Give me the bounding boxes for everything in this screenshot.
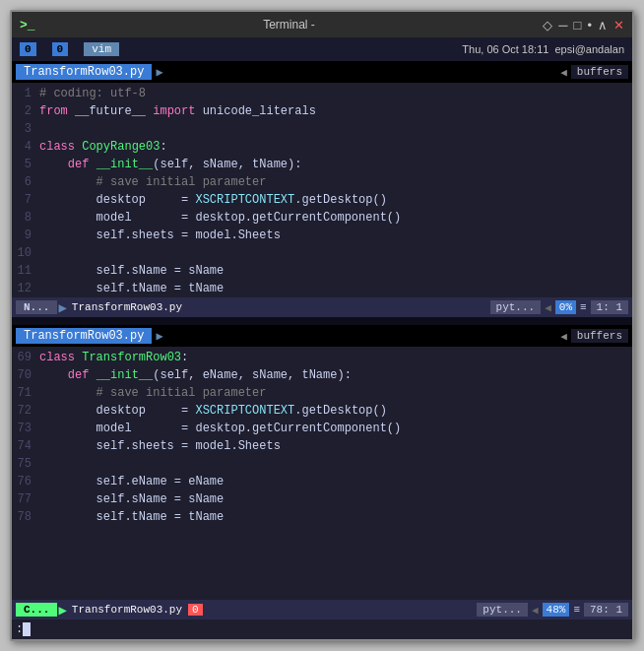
pane1-pos: 1: 1 — [591, 300, 628, 314]
line2-content: from __future__ import unicode_literals — [39, 104, 316, 118]
linenum-3: 3 — [12, 122, 39, 136]
code-line-12: 12 self.tName = tName — [12, 280, 632, 297]
linenum-70: 70 — [12, 368, 39, 382]
pane1-header-right: ◀ buffers — [167, 65, 628, 79]
tab-vim[interactable]: vim — [76, 37, 127, 61]
pane1-scroll-left[interactable]: ◀ — [560, 66, 567, 79]
line4-content: class CopyRange03: — [39, 140, 167, 154]
line69-content: class TransformRow03: — [39, 351, 188, 364]
linenum-10: 10 — [12, 246, 39, 260]
tab-0-second[interactable]: 0 — [44, 37, 77, 61]
line8-content: model = desktop.getCurrentComponent() — [39, 211, 401, 225]
linenum-4: 4 — [12, 140, 39, 154]
code-line-11: 11 self.sName = sName — [12, 262, 632, 280]
line70-content: def __init__(self, eName, sName, tName): — [39, 368, 352, 382]
command-line[interactable]: : — [12, 619, 632, 639]
pane2-filetype: pyt... — [477, 603, 528, 617]
linenum-11: 11 — [12, 264, 39, 278]
pane1-filetype: pyt... — [490, 300, 542, 314]
linenum-9: 9 — [12, 228, 39, 242]
linenum-77: 77 — [12, 492, 39, 506]
close-icon[interactable]: ✕ — [613, 18, 624, 33]
code-line-10: 10 — [12, 244, 632, 262]
line73-content: model = desktop.getCurrentComponent() — [39, 422, 401, 435]
linenum-12: 12 — [12, 282, 39, 295]
pane2-buffers: buffers — [571, 329, 628, 343]
code-line-76: 76 self.eName = eName — [12, 473, 632, 490]
vim-label: vim — [84, 42, 119, 56]
linenum-8: 8 — [12, 211, 39, 225]
linenum-5: 5 — [12, 158, 39, 171]
line74-content: self.sheets = model.Sheets — [39, 439, 281, 453]
code-line-4: 4 class CopyRange03: — [12, 138, 632, 156]
code-line-69: 69 class TransformRow03: — [12, 349, 632, 366]
code-line-5: 5 def __init__(self, sName, tName): — [12, 156, 632, 173]
code-line-8: 8 model = desktop.getCurrentComponent() — [12, 209, 632, 227]
line76-content: self.eName = eName — [39, 475, 224, 488]
pane-2: TransformRow03.py ▶ ◀ buffers 69 class T… — [12, 325, 632, 639]
linenum-69: 69 — [12, 351, 39, 364]
code-line-9: 9 self.sheets = model.Sheets — [12, 227, 632, 244]
pane2-mode: C... — [16, 603, 57, 617]
line78-content: self.tName = tName — [39, 510, 224, 524]
pane-divider — [12, 317, 632, 325]
pane2-status-file: TransformRow03.py — [68, 604, 186, 616]
linenum-7: 7 — [12, 193, 39, 207]
title-bar: >_ Terminal - ◇ ─ □ • ∧ ✕ — [12, 12, 632, 37]
line72-content: desktop = XSCRIPTCONTEXT.getDesktop() — [39, 404, 387, 418]
code-line-70: 70 def __init__(self, eName, sName, tNam… — [12, 366, 632, 384]
line71-content: # save initial parameter — [39, 386, 266, 400]
window-title: Terminal - — [35, 18, 544, 32]
pane1-status-arrow: ▶ — [58, 299, 66, 316]
pane1-percent: 0% — [555, 300, 576, 314]
cmd-cursor — [23, 622, 31, 636]
pane1-header: TransformRow03.py ▶ ◀ buffers — [12, 61, 632, 83]
pane1-arrow: ▶ — [156, 65, 162, 80]
pane2-status-arrow: ▶ — [58, 602, 66, 618]
linenum-6: 6 — [12, 175, 39, 189]
pane1-status-file: TransformRow03.py — [68, 301, 186, 313]
line77-content: self.sName = sName — [39, 492, 224, 506]
linenum-73: 73 — [12, 422, 39, 435]
linenum-1: 1 — [12, 87, 39, 100]
code-line-78: 78 self.tName = tName — [12, 508, 632, 526]
bullet-icon[interactable]: • — [587, 18, 592, 33]
pane2-scroll-icon: ◀ — [532, 604, 539, 617]
line7-content: desktop = XSCRIPTCONTEXT.getDesktop() — [39, 193, 387, 207]
tab-0-first[interactable]: 0 — [12, 37, 44, 61]
code-line-7: 7 desktop = XSCRIPTCONTEXT.getDesktop() — [12, 191, 632, 209]
maximize-icon[interactable]: □ — [574, 18, 582, 33]
line1-content: # coding: utf-8 — [39, 87, 146, 100]
linenum-71: 71 — [12, 386, 39, 400]
cmd-colon: : — [16, 622, 23, 636]
pane1-sep: ≡ — [580, 301, 587, 313]
line11-content: self.sName = sName — [39, 264, 224, 278]
title-bar-left: >_ — [20, 18, 35, 33]
linenum-74: 74 — [12, 439, 39, 453]
pane2-modified: 0 — [188, 604, 203, 616]
pane1-mode: N... — [16, 300, 57, 314]
linenum-75: 75 — [12, 457, 39, 471]
dash-icon[interactable]: ─ — [558, 18, 567, 33]
code-line-74: 74 self.sheets = model.Sheets — [12, 437, 632, 455]
tabbar-datetime: Thu, 06 Oct 18:11 epsi@andalan — [127, 43, 632, 55]
code-line-77: 77 self.sName = sName — [12, 490, 632, 508]
code-line-71: 71 # save initial parameter — [12, 384, 632, 402]
pane1-code: 1 # coding: utf-8 2 from __future__ impo… — [12, 83, 632, 297]
code-line-75: 75 — [12, 455, 632, 473]
code-line-3: 3 — [12, 120, 632, 138]
pane2-percent: 48% — [543, 603, 570, 617]
code-line-6: 6 # save initial parameter — [12, 173, 632, 191]
code-line-73: 73 model = desktop.getCurrentComponent() — [12, 420, 632, 437]
terminal-window: >_ Terminal - ◇ ─ □ • ∧ ✕ 0 0 vim Thu, 0… — [10, 10, 634, 641]
vim-tabbar: 0 0 vim Thu, 06 Oct 18:11 epsi@andalan — [12, 37, 632, 61]
minimize-icon[interactable]: ◇ — [543, 18, 552, 33]
pane1-statusbar: N... ▶ TransformRow03.py pyt... ◀ 0% ≡ 1… — [12, 297, 632, 317]
pane1-status-right: pyt... ◀ 0% ≡ 1: 1 — [186, 300, 628, 314]
code-line-2: 2 from __future__ import unicode_literal… — [12, 102, 632, 120]
tab-num-0: 0 — [20, 42, 36, 56]
up-icon[interactable]: ∧ — [598, 18, 608, 33]
pane2-scroll-left[interactable]: ◀ — [560, 330, 567, 343]
line12-content: self.tName = tName — [39, 282, 224, 295]
pane2-arrow: ▶ — [156, 329, 162, 344]
